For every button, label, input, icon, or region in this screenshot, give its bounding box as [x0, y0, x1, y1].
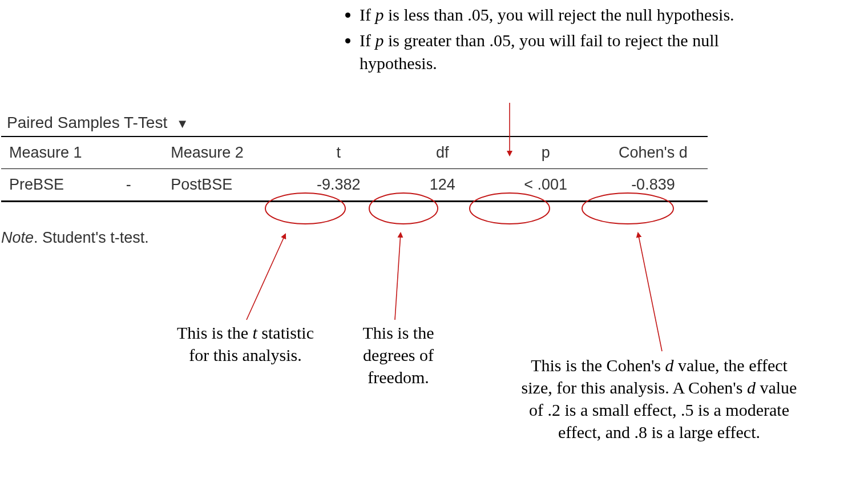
table-title: Paired Samples T-Test ▼ — [7, 114, 189, 132]
cell-t: -9.382 — [285, 169, 390, 202]
p-value-rules: If p is less than .05, you will reject t… — [337, 3, 736, 78]
header-cohend: Cohen's d — [596, 136, 708, 169]
arrow-to-cohensd-value — [638, 233, 662, 351]
rule-fail-to-reject: If p is greater than .05, you will fail … — [360, 29, 736, 75]
cell-p: < .001 — [493, 169, 596, 202]
arrow-to-df-value — [395, 233, 401, 320]
header-measure1: Measure 1 — [1, 136, 118, 169]
cell-cohend: -0.839 — [596, 169, 708, 202]
table-note: Note. Student's t-test. — [1, 229, 149, 247]
annotation-cohens-d: This is the Cohen's d value, the effect … — [519, 354, 799, 443]
dropdown-icon: ▼ — [176, 117, 189, 131]
results-table: Measure 1 Measure 2 t df p Cohen's d Pre… — [1, 136, 708, 202]
table-row: PreBSE - PostBSE -9.382 124 < .001 -0.83… — [1, 169, 708, 202]
table-header-row: Measure 1 Measure 2 t df p Cohen's d — [1, 136, 708, 169]
annotation-t-statistic: This is the t statistic for this analysi… — [171, 322, 320, 366]
header-t: t — [285, 136, 390, 169]
cell-dash: - — [118, 169, 163, 202]
cell-df: 124 — [390, 169, 492, 202]
header-p: p — [493, 136, 596, 169]
header-measure2: Measure 2 — [163, 136, 285, 169]
arrow-to-t-value — [247, 234, 285, 320]
cell-measure2: PostBSE — [163, 169, 285, 202]
rule-reject: If p is less than .05, you will reject t… — [360, 3, 736, 27]
cell-measure1: PreBSE — [1, 169, 118, 202]
annotation-degrees-of-freedom: This is the degrees of freedom. — [338, 322, 458, 388]
header-df: df — [390, 136, 492, 169]
